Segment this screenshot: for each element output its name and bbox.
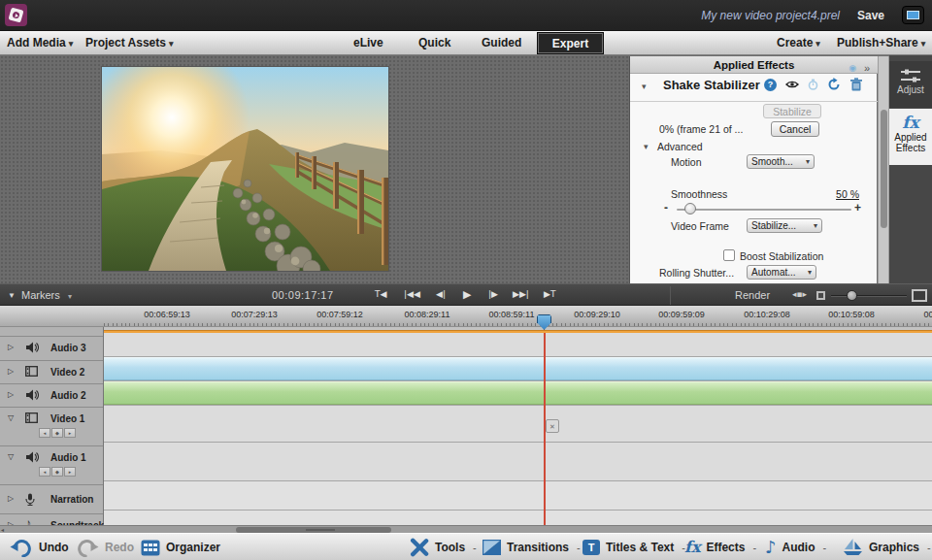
rewind-button[interactable]: |◀◀ bbox=[404, 289, 420, 299]
timeline-horizontal-scrollbar[interactable]: ◂ bbox=[0, 525, 932, 533]
keyframe-navigator[interactable]: ◂ ◆ ▸ bbox=[39, 467, 76, 477]
panel-options-icon[interactable]: ◉ bbox=[849, 59, 856, 77]
go-to-previous-marker-button[interactable]: T◀ bbox=[375, 289, 386, 299]
app-window: My new video project4.prel Save Add Medi… bbox=[0, 0, 932, 560]
animate-stopwatch-icon[interactable] bbox=[808, 79, 818, 90]
organizer-button[interactable]: Organizer bbox=[141, 534, 220, 560]
transitions-button[interactable]: Transitions- bbox=[483, 534, 581, 560]
track-row-video2[interactable] bbox=[104, 357, 932, 381]
track-header-audio1[interactable]: ▽ Audio 1 ◂ ◆ ▸ bbox=[0, 445, 103, 484]
expand-effect-icon[interactable]: ▾ bbox=[642, 82, 647, 91]
panel-scrollbar[interactable] bbox=[878, 56, 889, 283]
sidebar-item-applied-effects[interactable]: fx Applied Effects bbox=[889, 109, 932, 165]
menu-bar: Add Media▾ Project Assets▾ eLive Quick G… bbox=[0, 31, 932, 55]
track-row-audio2[interactable] bbox=[104, 381, 932, 406]
motion-dropdown[interactable]: Smooth...▾ bbox=[747, 154, 815, 169]
go-to-next-marker-button[interactable]: ▶T bbox=[544, 289, 555, 299]
track-header-soundtrack[interactable]: ▷ ♪ Soundtrack bbox=[0, 513, 103, 525]
reset-effect-icon[interactable] bbox=[827, 78, 841, 91]
track-header-narration[interactable]: ▷ Narration bbox=[0, 484, 103, 513]
advanced-label[interactable]: Advanced bbox=[657, 141, 703, 152]
add-media-menu[interactable]: Add Media▾ bbox=[7, 36, 73, 49]
organizer-grid-icon bbox=[141, 540, 160, 556]
redo-button[interactable]: Redo bbox=[76, 534, 134, 560]
keyframe-navigator[interactable]: ◂ ◆ ▸ bbox=[39, 428, 76, 438]
expand-track-icon[interactable]: ▷ bbox=[8, 494, 14, 503]
track-header-audio3[interactable]: ▷ Audio 3 bbox=[0, 336, 103, 360]
collapse-track-icon[interactable]: ▽ bbox=[8, 413, 14, 422]
keyframe-next-icon[interactable]: ▸ bbox=[64, 467, 76, 477]
track-row-video1[interactable]: ✕ bbox=[104, 406, 932, 443]
publish-share-menu[interactable]: Publish+Share▾ bbox=[837, 36, 925, 49]
step-back-button[interactable]: ◀| bbox=[436, 289, 446, 299]
markers-caret-icon[interactable]: ▾ bbox=[68, 292, 72, 301]
audio-clip[interactable] bbox=[104, 381, 932, 405]
panel-open-indicator: - bbox=[927, 542, 931, 553]
timeline-zoom-slider-track[interactable] bbox=[831, 295, 907, 297]
track-row-audio1[interactable] bbox=[104, 443, 932, 481]
rolling-shutter-dropdown[interactable]: Automat...▾ bbox=[747, 265, 816, 280]
tab-quick[interactable]: Quick bbox=[418, 36, 450, 49]
collapse-track-icon[interactable]: ▽ bbox=[8, 452, 14, 461]
expand-track-icon[interactable]: ▷ bbox=[8, 367, 14, 376]
play-button[interactable]: ▶ bbox=[463, 288, 471, 301]
help-icon[interactable]: ? bbox=[764, 79, 777, 91]
timeline-ruler[interactable]: 00:06:59:13 00:07:29:13 00:07:59:12 00:0… bbox=[0, 306, 932, 327]
keyframe-next-icon[interactable]: ▸ bbox=[64, 428, 76, 438]
fit-timeline-icon[interactable] bbox=[816, 291, 825, 300]
keyframe-prev-icon[interactable]: ◂ bbox=[39, 467, 50, 477]
track-row-soundtrack[interactable] bbox=[104, 511, 932, 525]
undo-button[interactable]: Undo bbox=[10, 534, 69, 560]
tab-guided[interactable]: Guided bbox=[482, 36, 521, 49]
panel-scrollbar-thumb[interactable] bbox=[881, 110, 887, 228]
slider-plus-icon[interactable]: + bbox=[854, 201, 861, 214]
timeline-zoom-slider-thumb[interactable] bbox=[847, 290, 857, 301]
cancel-button[interactable]: Cancel bbox=[771, 121, 819, 137]
keyframe-add-icon[interactable]: ◆ bbox=[51, 428, 63, 438]
track-header-video2[interactable]: ▷ Video 2 bbox=[0, 360, 103, 383]
scroll-left-icon[interactable]: ◂ bbox=[1, 526, 4, 533]
track-row-audio3[interactable] bbox=[104, 333, 932, 357]
create-menu[interactable]: Create▾ bbox=[777, 36, 820, 49]
track-row-narration[interactable] bbox=[104, 481, 932, 511]
current-timecode[interactable]: 00:09:17:17 bbox=[272, 289, 334, 301]
titles-text-button[interactable]: T Titles & Text- bbox=[582, 534, 685, 560]
sidebar-item-adjust[interactable]: Adjust bbox=[889, 61, 932, 108]
collapse-panel-icon[interactable]: » bbox=[864, 59, 870, 77]
marker-icon[interactable]: ▼ bbox=[8, 291, 16, 300]
tab-expert[interactable]: Expert bbox=[538, 33, 603, 53]
smoothness-slider-track[interactable] bbox=[677, 209, 851, 211]
track-header-video1[interactable]: ▽ Video 1 ◂ ◆ ▸ bbox=[0, 407, 103, 445]
stabilize-button[interactable]: Stabilize bbox=[763, 104, 821, 118]
markers-menu[interactable]: Markers bbox=[21, 289, 60, 301]
video-clip[interactable] bbox=[104, 357, 932, 380]
tab-elive[interactable]: eLive bbox=[353, 36, 383, 49]
step-forward-button[interactable]: |▶ bbox=[488, 289, 498, 299]
render-button[interactable]: Render bbox=[735, 289, 770, 301]
keyframe-prev-icon[interactable]: ◂ bbox=[39, 428, 50, 438]
clip-marker-badge[interactable]: ✕ bbox=[546, 419, 559, 433]
effect-name: Shake Stabilizer bbox=[663, 78, 760, 92]
advanced-caret-icon[interactable]: ▾ bbox=[644, 142, 649, 151]
expand-track-icon[interactable]: ▷ bbox=[8, 390, 14, 399]
eye-visibility-icon[interactable] bbox=[785, 80, 799, 89]
audio-button[interactable]: ♪ Audio- bbox=[765, 534, 826, 560]
smoothness-value[interactable]: 50 % bbox=[836, 188, 859, 200]
fullscreen-monitor-icon[interactable] bbox=[902, 6, 924, 24]
fast-forward-button[interactable]: ▶▶| bbox=[513, 289, 529, 299]
monitor-toggle-icon[interactable] bbox=[912, 289, 927, 302]
boost-stabilization-checkbox[interactable] bbox=[723, 249, 735, 261]
expand-track-icon[interactable]: ▷ bbox=[8, 343, 14, 351]
video-frame-dropdown[interactable]: Stabilize...▾ bbox=[747, 218, 822, 233]
keyframe-add-icon[interactable]: ◆ bbox=[51, 467, 63, 477]
slider-minus-icon[interactable]: - bbox=[664, 201, 668, 214]
smoothness-slider-thumb[interactable] bbox=[684, 203, 696, 214]
save-button[interactable]: Save bbox=[857, 9, 884, 22]
graphics-button[interactable]: Graphics- bbox=[843, 534, 931, 560]
frame-navigation-icon[interactable]: ◂▪▸ bbox=[792, 289, 807, 299]
project-assets-menu[interactable]: Project Assets▾ bbox=[85, 36, 173, 49]
effects-button[interactable]: fx Effects- bbox=[684, 534, 756, 560]
delete-effect-trash-icon[interactable] bbox=[849, 78, 863, 91]
tools-button[interactable]: Tools- bbox=[410, 534, 477, 560]
track-header-audio2[interactable]: ▷ Audio 2 bbox=[0, 383, 103, 407]
